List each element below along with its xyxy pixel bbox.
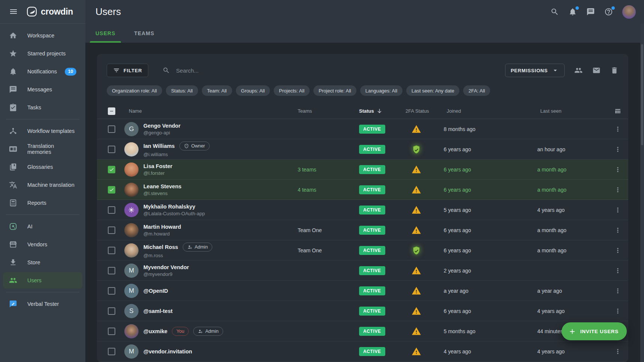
sidebar-item-notifications[interactable]: Notifications10: [3, 63, 82, 80]
last-seen-cell: an hour ago: [537, 146, 607, 152]
sidebar-item-ai[interactable]: AI: [3, 218, 82, 235]
filter-chip[interactable]: Project role: All: [313, 85, 356, 96]
name-cell: Ian WilliamsOwner@i.williams: [124, 142, 298, 157]
table-row[interactable]: @uxmikeYouAdminACTIVE5 months ago44 minu…: [97, 321, 628, 341]
column-header-name[interactable]: Name: [124, 108, 298, 114]
sidebar-header: crowdin: [0, 0, 85, 24]
user-menu-avatar[interactable]: [622, 5, 636, 19]
row-checkbox[interactable]: [108, 125, 115, 133]
home-icon: [9, 31, 17, 40]
filter-chip[interactable]: Languages: All: [360, 85, 402, 96]
table-row[interactable]: Ian WilliamsOwner@i.williamsACTIVE6 year…: [97, 139, 628, 159]
sidebar-item-vendors[interactable]: Vendors: [3, 236, 82, 253]
scrollbar-track[interactable]: [640, 24, 644, 362]
column-header-joined[interactable]: Joined: [444, 108, 537, 114]
toolbar-actions: PERMISSIONS: [505, 64, 619, 77]
row-checkbox[interactable]: [108, 186, 115, 194]
sidebar-item-verbal-tester[interactable]: Verbal Tester: [3, 296, 82, 312]
tab-teams[interactable]: TEAMS: [128, 24, 160, 43]
row-menu-button[interactable]: [614, 186, 622, 194]
add-to-team-icon[interactable]: [574, 66, 583, 74]
sidebar-item-store[interactable]: Store: [3, 254, 82, 271]
column-header-teams[interactable]: Teams: [298, 108, 359, 114]
table-row[interactable]: MMyvendor Vendor@myvendor9ACTIVE2 years …: [97, 261, 628, 281]
row-checkbox[interactable]: [108, 166, 115, 173]
table-row[interactable]: Lisa Foster@l.forster3 teamsACTIVE6 year…: [97, 159, 628, 180]
column-settings-icon[interactable]: [614, 107, 622, 115]
row-menu-button[interactable]: [614, 267, 622, 274]
menu-icon[interactable]: [9, 7, 18, 16]
messages-icon[interactable]: [586, 7, 595, 16]
table-row[interactable]: ✳Mykhailo Rohalskyy@Lalala-Custom-OAuth-…: [97, 200, 628, 220]
crowdin-logo[interactable]: crowdin: [26, 6, 73, 17]
row-menu-button[interactable]: [614, 348, 622, 355]
filter-button[interactable]: FILTER: [107, 64, 148, 77]
filter-icon: [113, 67, 120, 74]
search-input[interactable]: [175, 67, 295, 74]
row-menu-button[interactable]: [614, 226, 622, 234]
table-row[interactable]: Leane Stevens@l.stevens4 teamsACTIVE6 ye…: [97, 180, 628, 200]
badge-label: Owner: [191, 143, 205, 149]
sidebar-item-machine-translation[interactable]: Machine translation: [3, 177, 82, 193]
notifications-bell-icon[interactable]: [568, 7, 577, 16]
column-header-last-seen[interactable]: Last seen: [537, 108, 607, 114]
sidebar-item-workspace[interactable]: Workspace: [3, 27, 82, 44]
filter-chip[interactable]: Groups: All: [236, 85, 270, 96]
filter-chip[interactable]: Projects: All: [274, 85, 310, 96]
crowdin-logo-icon: [26, 6, 37, 17]
filter-chip[interactable]: Team: All: [202, 85, 232, 96]
table-row[interactable]: Martin Howard@m.howardTeam OneACTIVE6 ye…: [97, 220, 628, 240]
ai-icon: [9, 222, 17, 231]
teams-cell: Team One: [298, 227, 359, 233]
search-icon[interactable]: [550, 7, 559, 16]
select-all-checkbox[interactable]: [108, 107, 115, 115]
joined-cell: 6 years ago: [444, 146, 537, 152]
badge-label: Admin: [195, 244, 208, 250]
you-badge: You: [172, 327, 189, 336]
mail-icon[interactable]: [592, 66, 601, 74]
row-checkbox[interactable]: [108, 267, 115, 274]
filter-chip[interactable]: 2FA: All: [463, 85, 490, 96]
sidebar-item-starred-projects[interactable]: Starred projects: [3, 45, 82, 62]
user-handle: @Lalala-Custom-OAuth-app: [143, 211, 205, 216]
row-checkbox[interactable]: [108, 247, 115, 254]
filter-chip[interactable]: Last seen: Any date: [406, 85, 459, 96]
table-row[interactable]: GGengo Vendor@gengo-apiACTIVE8 months ag…: [97, 119, 628, 139]
table-row[interactable]: Michael RossAdmin@m.rossTeam OneACTIVE6 …: [97, 240, 628, 261]
page-title: Users: [95, 6, 121, 18]
trash-icon[interactable]: [610, 66, 619, 74]
table-row[interactable]: S@saml-testACTIVE6 years ago4 years ago: [97, 301, 628, 321]
row-menu-button[interactable]: [614, 247, 622, 254]
scrollbar-thumb[interactable]: [641, 44, 643, 145]
tab-users[interactable]: USERS: [90, 24, 121, 43]
sidebar-item-reports[interactable]: Reports: [3, 195, 82, 211]
row-menu-button[interactable]: [614, 125, 622, 133]
row-checkbox[interactable]: [108, 307, 115, 315]
sidebar-item-users[interactable]: Users: [3, 272, 82, 289]
table-row[interactable]: M@OpenIDACTIVEa year agoa year ago: [97, 281, 628, 301]
row-checkbox[interactable]: [108, 146, 115, 153]
row-checkbox[interactable]: [108, 226, 115, 234]
row-checkbox[interactable]: [108, 328, 115, 335]
help-icon[interactable]: [604, 7, 613, 16]
row-checkbox[interactable]: [108, 348, 115, 355]
filter-chip[interactable]: Organization role: All: [107, 85, 162, 96]
row-menu-button[interactable]: [614, 206, 622, 214]
row-menu-button[interactable]: [614, 166, 622, 173]
column-header-status[interactable]: Status: [359, 108, 405, 114]
filter-chip[interactable]: Status: All: [166, 85, 198, 96]
sidebar-item-tasks[interactable]: Tasks: [3, 99, 82, 116]
sidebar-item-workflow-templates[interactable]: Workflow templates: [3, 123, 82, 139]
row-checkbox[interactable]: [108, 206, 115, 214]
column-header-2fa[interactable]: 2FA Status: [405, 108, 444, 114]
row-menu-button[interactable]: [614, 287, 622, 295]
row-checkbox[interactable]: [108, 287, 115, 295]
permissions-button[interactable]: PERMISSIONS: [505, 64, 565, 77]
table-row[interactable]: M@vendor.invitationACTIVE4 years ago4 ye…: [97, 341, 628, 362]
row-menu-button[interactable]: [614, 307, 622, 315]
sidebar-item-translation-memories[interactable]: Translation memories: [3, 141, 82, 157]
row-menu-button[interactable]: [614, 146, 622, 153]
sidebar-item-messages[interactable]: Messages: [3, 81, 82, 98]
sidebar-item-glossaries[interactable]: Glossaries: [3, 159, 82, 175]
invite-users-button[interactable]: INVITE USERS: [562, 322, 627, 340]
